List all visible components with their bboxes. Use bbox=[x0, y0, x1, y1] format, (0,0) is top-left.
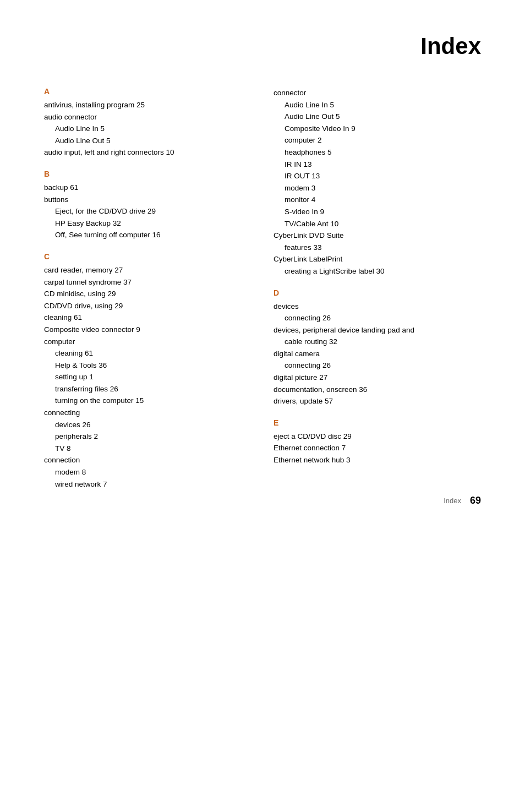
index-entry: TV/Cable Ant 10 bbox=[274, 218, 481, 230]
index-entry: headphones 5 bbox=[274, 146, 481, 159]
page-footer: Index 69 bbox=[444, 495, 481, 506]
section-header-a: A bbox=[44, 87, 251, 96]
index-entry: monitor 4 bbox=[274, 194, 481, 206]
index-entry: Off, See turning off computer 16 bbox=[44, 229, 251, 241]
index-entry: peripherals 2 bbox=[44, 430, 251, 443]
index-entry: devices, peripheral device landing pad a… bbox=[274, 324, 481, 336]
index-entry: setting up 1 bbox=[44, 371, 251, 383]
index-entry: Help & Tools 36 bbox=[44, 359, 251, 372]
section-header-d: D bbox=[274, 288, 481, 297]
index-entry: antivirus, installing program 25 bbox=[44, 99, 251, 111]
index-entry: TV 8 bbox=[44, 443, 251, 455]
index-entry: CD minidisc, using 29 bbox=[44, 288, 251, 300]
index-entry: S-video In 9 bbox=[274, 206, 481, 218]
page-container: Index Aantivirus, installing program 25a… bbox=[0, 0, 525, 523]
index-entry: cleaning 61 bbox=[44, 347, 251, 359]
index-entry: modem 8 bbox=[44, 466, 251, 478]
column-right: connectorAudio Line In 5Audio Line Out 5… bbox=[274, 87, 481, 490]
index-entry: devices 26 bbox=[44, 419, 251, 431]
index-entry: creating a LightScribe label 30 bbox=[274, 265, 481, 277]
index-entry: backup 61 bbox=[44, 182, 251, 194]
index-entry: digital picture 27 bbox=[274, 372, 481, 384]
index-entry: Ethernet connection 7 bbox=[274, 442, 481, 454]
index-entry: CD/DVD drive, using 29 bbox=[44, 300, 251, 312]
column-left: Aantivirus, installing program 25audio c… bbox=[44, 87, 251, 490]
index-entry: connecting 26 bbox=[274, 359, 481, 372]
index-entry: card reader, memory 27 bbox=[44, 264, 251, 276]
index-entry: Audio Line In 5 bbox=[274, 99, 481, 111]
index-entry: CyberLink LabelPrint bbox=[274, 253, 481, 265]
index-entry: eject a CD/DVD disc 29 bbox=[274, 430, 481, 443]
index-entry: wired network 7 bbox=[44, 478, 251, 491]
index-entry: buttons bbox=[44, 194, 251, 206]
index-entry: modem 3 bbox=[274, 182, 481, 194]
index-entry: digital camera bbox=[274, 348, 481, 360]
index-entry: computer 2 bbox=[274, 134, 481, 146]
index-entry: connecting bbox=[44, 407, 251, 419]
index-entry: Ethernet network hub 3 bbox=[274, 454, 481, 466]
index-entry: Eject, for the CD/DVD drive 29 bbox=[44, 205, 251, 217]
index-entry: documentation, onscreen 36 bbox=[274, 384, 481, 396]
index-entry: Audio Line Out 5 bbox=[44, 135, 251, 147]
index-entry: audio input, left and right connectors 1… bbox=[44, 146, 251, 159]
section-header-c: C bbox=[44, 252, 251, 261]
index-entry: connection bbox=[44, 454, 251, 466]
index-entry: Audio Line Out 5 bbox=[274, 111, 481, 123]
footer-label: Index bbox=[444, 497, 461, 505]
index-entry: HP Easy Backup 32 bbox=[44, 217, 251, 230]
index-entry: CyberLink DVD Suite bbox=[274, 230, 481, 242]
index-entry: Composite video connector 9 bbox=[44, 324, 251, 336]
index-entry: carpal tunnel syndrome 37 bbox=[44, 276, 251, 288]
index-entry: audio connector bbox=[44, 111, 251, 123]
index-entry: turning on the computer 15 bbox=[44, 395, 251, 407]
section-header-b: B bbox=[44, 170, 251, 178]
index-entry: Composite Video In 9 bbox=[274, 123, 481, 135]
index-entry: computer bbox=[44, 336, 251, 348]
index-entry: devices bbox=[274, 301, 481, 313]
page-title: Index bbox=[44, 33, 481, 59]
footer-page-number: 69 bbox=[470, 495, 481, 506]
index-entry: cleaning 61 bbox=[44, 312, 251, 324]
index-entry: connecting 26 bbox=[274, 312, 481, 324]
index-entry: drivers, update 57 bbox=[274, 395, 481, 407]
index-entry: Audio Line In 5 bbox=[44, 123, 251, 135]
index-entry: IR OUT 13 bbox=[274, 170, 481, 182]
index-entry: features 33 bbox=[274, 242, 481, 254]
index-entry: cable routing 32 bbox=[274, 336, 481, 348]
index-entry: IR IN 13 bbox=[274, 159, 481, 171]
section-header-e: E bbox=[274, 418, 481, 427]
columns-container: Aantivirus, installing program 25audio c… bbox=[44, 87, 481, 490]
index-entry: transferring files 26 bbox=[44, 383, 251, 395]
index-entry: connector bbox=[274, 87, 481, 99]
